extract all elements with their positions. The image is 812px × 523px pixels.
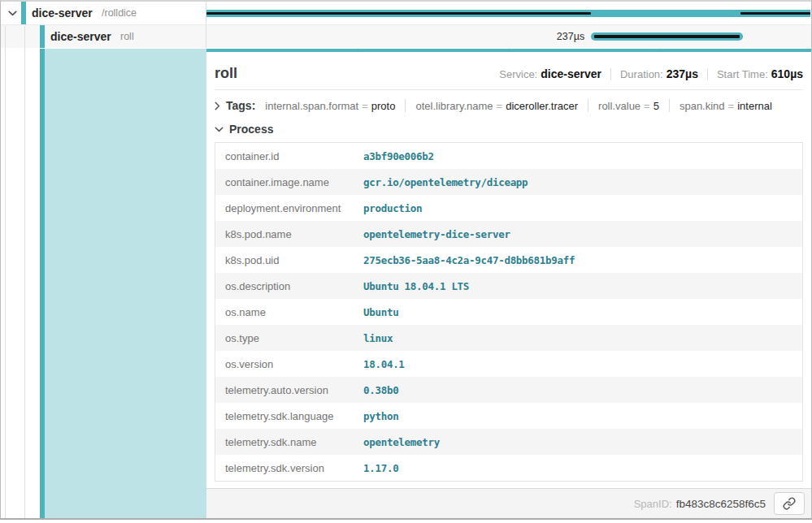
span-id-label: SpanID: <box>634 498 672 510</box>
span-row-roll-selected[interactable]: dice-server roll 237µs <box>1 25 811 48</box>
jaeger-trace-detail-view: dice-server /rolldice dice-server roll 2… <box>0 0 812 520</box>
header-divider <box>215 89 803 90</box>
span-overview: Service:dice-server Duration:237µs Start… <box>499 67 803 80</box>
detail-row-body: roll Service:dice-server Duration:237µs … <box>1 49 811 518</box>
collapse-chevron-down-icon[interactable] <box>7 7 18 19</box>
span-bar-roll[interactable] <box>591 32 743 41</box>
tag-summary-item: span.kind=internal <box>680 100 772 112</box>
deep-link-button[interactable] <box>774 492 805 515</box>
table-row: container.ida3bf90e006b2 <box>215 143 802 169</box>
vertical-divider <box>405 99 406 112</box>
table-row: telemetry.auto.version0.38b0 <box>215 377 802 403</box>
chevron-right-icon <box>215 102 220 110</box>
tag-summary-item: roll.value=5 <box>598 100 659 112</box>
vertical-divider <box>707 68 708 80</box>
table-row: container.image.namegcr.io/opentelemetry… <box>215 169 802 195</box>
span-color-accent <box>21 2 26 24</box>
span-row-rolldice[interactable]: dice-server /rolldice <box>1 2 811 25</box>
service-name[interactable]: dice-server <box>32 6 93 19</box>
span-duration-label: 237µs <box>206 25 584 48</box>
span-color-accent <box>40 25 45 48</box>
process-key-value-table: container.ida3bf90e006b2 container.image… <box>215 142 803 482</box>
span-bar-rolldice[interactable] <box>206 10 810 17</box>
screenshot-root: dice-server /rolldice dice-server roll 2… <box>0 0 812 523</box>
table-row: os.typelinux <box>215 325 802 351</box>
table-row: os.nameUbuntu <box>215 299 802 325</box>
service-name[interactable]: dice-server <box>50 30 111 43</box>
span-bar-area: 237µs <box>206 25 811 48</box>
span-bar-area <box>206 2 811 24</box>
overview-item-start-time: Start Time:610µs <box>717 67 803 80</box>
operation-name: roll <box>120 31 134 42</box>
bar-overlay-segment <box>594 35 740 38</box>
span-name-column[interactable]: dice-server roll <box>1 25 206 48</box>
tags-accordion-header[interactable]: Tags: internal.span.format=proto otel.li… <box>215 99 803 112</box>
vertical-divider <box>669 99 670 112</box>
table-row: os.version18.04.1 <box>215 351 802 377</box>
chevron-down-icon <box>215 127 224 132</box>
selected-span-left-strip <box>1 49 206 518</box>
table-row: telemetry.sdk.nameopentelemetry <box>215 429 802 455</box>
span-detail-header: roll Service:dice-server Duration:237µs … <box>215 65 803 82</box>
overview-item-duration: Duration:237µs <box>620 67 698 80</box>
tag-summary-item: otel.library.name=diceroller.tracer <box>415 100 578 112</box>
table-row: k8s.pod.uid275ecb36-5aa8-4c2a-9c47-d8bb6… <box>215 247 802 273</box>
table-row: deployment.environmentproduction <box>215 195 802 221</box>
table-row: telemetry.sdk.languagepython <box>215 403 802 429</box>
table-row: k8s.pod.nameopentelemetry-dice-server <box>215 221 802 247</box>
vertical-divider <box>588 99 588 112</box>
vertical-divider <box>610 68 611 80</box>
operation-name: /rolldice <box>102 7 137 19</box>
span-color-accent <box>40 49 45 518</box>
process-accordion-header[interactable]: Process <box>215 123 803 136</box>
span-id-value: fb483c8c6258f6c5 <box>676 498 766 510</box>
process-header-label: Process <box>229 123 273 136</box>
span-detail-panel: roll Service:dice-server Duration:237µs … <box>206 49 811 518</box>
span-detail-footer: SpanID: fb483c8c6258f6c5 <box>206 488 811 518</box>
trace-timeline: dice-server /rolldice dice-server roll 2… <box>1 2 811 49</box>
selected-span-highlight <box>45 49 206 518</box>
overview-item-service: Service:dice-server <box>499 67 601 80</box>
bar-overlay-segment <box>206 12 591 15</box>
span-detail-title: roll <box>215 65 237 82</box>
tags-header-label: Tags: <box>226 99 255 112</box>
table-row: telemetry.sdk.version1.17.0 <box>215 455 802 481</box>
bar-overlay-segment <box>740 12 810 15</box>
tag-summary-item: internal.span.format=proto <box>265 100 395 112</box>
link-icon <box>783 497 796 510</box>
span-name-column[interactable]: dice-server /rolldice <box>1 2 206 24</box>
table-row: os.descriptionUbuntu 18.04.1 LTS <box>215 273 802 299</box>
